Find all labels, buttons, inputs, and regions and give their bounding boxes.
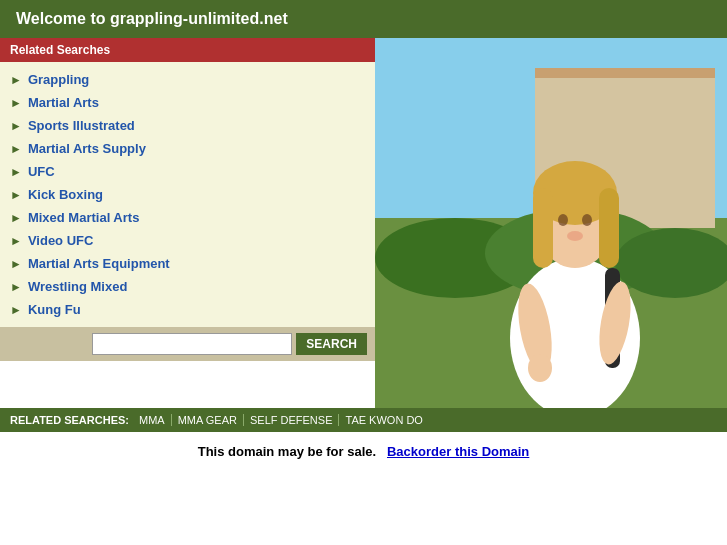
search-button[interactable]: SEARCH — [296, 333, 367, 355]
bottom-bar-link-mma[interactable]: MMA — [133, 414, 172, 426]
right-panel — [375, 38, 727, 408]
list-item[interactable]: ► Sports Illustrated — [0, 114, 375, 137]
bottom-bar-link-self-defense[interactable]: SELF DEFENSE — [244, 414, 340, 426]
link-kung-fu[interactable]: Kung Fu — [28, 302, 81, 317]
list-item[interactable]: ► Martial Arts — [0, 91, 375, 114]
link-kick-boxing[interactable]: Kick Boxing — [28, 187, 103, 202]
list-item[interactable]: ► Grappling — [0, 68, 375, 91]
list-item[interactable]: ► Martial Arts Supply — [0, 137, 375, 160]
link-sports-illustrated[interactable]: Sports Illustrated — [28, 118, 135, 133]
svg-point-14 — [567, 231, 583, 241]
list-item[interactable]: ► Mixed Martial Arts — [0, 206, 375, 229]
list-item[interactable]: ► Video UFC — [0, 229, 375, 252]
svg-point-13 — [582, 214, 592, 226]
header-title: Welcome to grappling-unlimited.net — [16, 10, 288, 27]
arrow-icon: ► — [10, 73, 22, 87]
footer: This domain may be for sale. Backorder t… — [0, 432, 727, 471]
link-video-ufc[interactable]: Video UFC — [28, 233, 94, 248]
bottom-bar: RELATED SEARCHES: MMA MMA GEAR SELF DEFE… — [0, 408, 727, 432]
list-item[interactable]: ► Kick Boxing — [0, 183, 375, 206]
main-content: Related Searches ► Grappling ► Martial A… — [0, 38, 727, 408]
links-area: ► Grappling ► Martial Arts ► Sports Illu… — [0, 62, 375, 327]
arrow-icon: ► — [10, 165, 22, 179]
page-header: Welcome to grappling-unlimited.net — [0, 0, 727, 38]
arrow-icon: ► — [10, 96, 22, 110]
link-martial-arts-equipment[interactable]: Martial Arts Equipment — [28, 256, 170, 271]
related-searches-header: Related Searches — [0, 38, 375, 62]
bottom-bar-link-mma-gear[interactable]: MMA GEAR — [172, 414, 244, 426]
svg-rect-10 — [533, 188, 553, 268]
arrow-icon: ► — [10, 280, 22, 294]
link-mixed-martial-arts[interactable]: Mixed Martial Arts — [28, 210, 140, 225]
arrow-icon: ► — [10, 142, 22, 156]
bottom-bar-link-tae-kwon-do[interactable]: TAE KWON DO — [339, 414, 428, 426]
footer-sale-text: This domain may be for sale. — [198, 444, 376, 459]
arrow-icon: ► — [10, 257, 22, 271]
link-wrestling-mixed[interactable]: Wrestling Mixed — [28, 279, 127, 294]
link-martial-arts[interactable]: Martial Arts — [28, 95, 99, 110]
backorder-link[interactable]: Backorder this Domain — [387, 444, 529, 459]
link-grappling[interactable]: Grappling — [28, 72, 89, 87]
list-item[interactable]: ► Kung Fu — [0, 298, 375, 321]
list-item[interactable]: ► Martial Arts Equipment — [0, 252, 375, 275]
hero-image — [375, 38, 727, 408]
arrow-icon: ► — [10, 119, 22, 133]
arrow-icon: ► — [10, 188, 22, 202]
svg-rect-3 — [535, 68, 715, 78]
arrow-icon: ► — [10, 303, 22, 317]
bottom-bar-label: RELATED SEARCHES: — [10, 414, 129, 426]
list-item[interactable]: ► Wrestling Mixed — [0, 275, 375, 298]
arrow-icon: ► — [10, 211, 22, 225]
svg-point-12 — [558, 214, 568, 226]
search-input[interactable] — [92, 333, 292, 355]
list-item[interactable]: ► UFC — [0, 160, 375, 183]
left-panel: Related Searches ► Grappling ► Martial A… — [0, 38, 375, 408]
link-ufc[interactable]: UFC — [28, 164, 55, 179]
svg-point-18 — [528, 354, 552, 382]
svg-rect-11 — [599, 188, 619, 268]
link-martial-arts-supply[interactable]: Martial Arts Supply — [28, 141, 146, 156]
page-wrapper: Welcome to grappling-unlimited.net Relat… — [0, 0, 727, 471]
arrow-icon: ► — [10, 234, 22, 248]
search-bar: SEARCH — [0, 327, 375, 361]
